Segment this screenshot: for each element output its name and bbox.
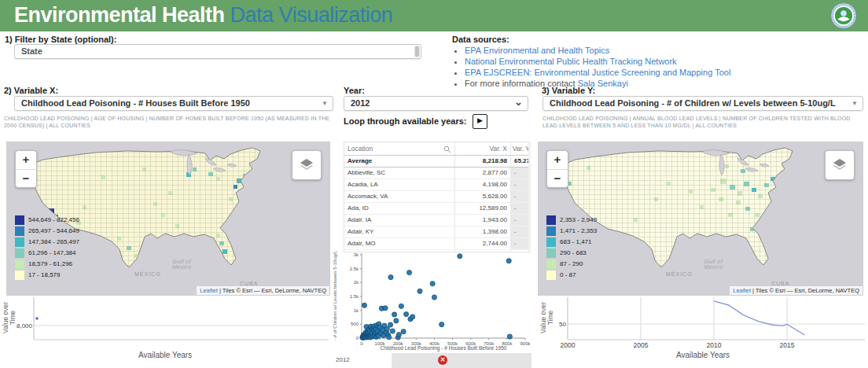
data-sources: Data sources: EPA Environmental and Heal… (452, 35, 782, 90)
layers-button[interactable] (825, 150, 855, 180)
table-header-row: Location ▲ Var. X Var. Y (344, 142, 529, 156)
zoom-in-button[interactable]: + (547, 151, 568, 170)
sort-ascending-icon[interactable]: ▲ (388, 149, 392, 155)
variable-y-label: 3) Variable Y: (542, 86, 595, 95)
year-label: Year: (344, 86, 365, 95)
cell-var-x: 1,398.00 (455, 226, 511, 237)
column-header-location[interactable]: Location ▲ (344, 142, 455, 155)
legend-swatch (15, 248, 24, 258)
svg-text:Value overTime: Value overTime (2, 302, 17, 333)
legend-swatch (546, 237, 556, 247)
legend-swatch (546, 226, 556, 236)
choropleth-map-variable-y[interactable]: + − 2,353 - 2,9491,471 - 2,353683 - 1,47… (538, 142, 863, 296)
table-row[interactable]: Accomack, VA5,628.00- (344, 191, 529, 203)
cell-location[interactable]: Accomack, VA (344, 191, 455, 202)
zoom-out-button[interactable]: − (547, 170, 568, 188)
data-source-item: EPA EJSCREEN: Environmental Justice Scre… (465, 68, 782, 78)
table-scrollbar[interactable] (528, 142, 531, 252)
table-row[interactable]: Abbeville, SC2,877.00- (344, 167, 529, 179)
search-icon[interactable] (443, 145, 451, 155)
map-label-mexico: MÉXICO (134, 271, 161, 277)
cell-var-x: 4,198.00 (455, 179, 511, 190)
column-header-var-y[interactable]: Var. Y (511, 142, 530, 155)
zoom-in-button[interactable]: + (16, 151, 36, 170)
chevron-down-icon: ⌄ (514, 97, 523, 108)
cell-var-y: - (511, 167, 530, 178)
state-filter-input[interactable]: State (14, 44, 421, 59)
contact-item: For more information contact Sala Senkay… (465, 79, 782, 89)
table-row[interactable]: Adair, IA1,943.00- (344, 215, 529, 226)
cell-var-y: - (511, 215, 530, 226)
data-source-link[interactable]: EPA EJSCREEN: Environmental Justice Scre… (465, 68, 730, 77)
cell-var-x: 12,589.00 (455, 203, 511, 214)
legend-label: 61,296 - 147,384 (28, 249, 76, 256)
table-row[interactable]: Ada, ID12,589.00- (344, 203, 529, 215)
chevron-down-icon: ▼ (851, 97, 858, 110)
layers-button[interactable] (292, 150, 322, 180)
cell-location[interactable]: Adair, KY (344, 226, 455, 237)
legend-label: 2,353 - 2,949 (560, 216, 597, 223)
year-select[interactable]: 2012 ⌄ (344, 96, 528, 111)
location-data-table[interactable]: Location ▲ Var. X Var. Y Average8,218.98… (344, 142, 530, 252)
svg-text:2.5k: 2.5k (350, 267, 359, 271)
legend-swatch (15, 259, 24, 269)
legend-swatch (15, 237, 24, 247)
cell-var-y: 65.27 (511, 156, 530, 167)
svg-text:- # of Children w/ Levels betw: - # of Children w/ Levels between 5-10ug… (333, 250, 337, 340)
legend-row: 147,384 - 265,497 (15, 237, 79, 247)
cell-location[interactable]: Ada, ID (344, 203, 455, 214)
year-value: 2012 (351, 98, 370, 108)
svg-text:2010: 2010 (707, 341, 722, 349)
legend-row: 1,471 - 2,353 (546, 226, 597, 236)
right-chart-x-axis-label: Available Years (538, 351, 868, 359)
variable-y-select[interactable]: Childhood Lead Poisoning - # of Children… (542, 96, 863, 111)
stop-loop-button[interactable]: ✕ (438, 355, 447, 365)
legend-label: 290 - 683 (560, 249, 587, 256)
svg-text:2005: 2005 (634, 341, 649, 349)
variable-y-value: Childhood Lead Poisoning - # of Children… (550, 98, 836, 108)
year-loop-track (392, 353, 531, 368)
zoom-out-button[interactable]: − (16, 170, 36, 188)
scatter-plot[interactable]: 0100k200k300k400k500k600k700k800k900k050… (330, 248, 531, 352)
variable-x-select[interactable]: Childhood Lead Poisoning - # Houses Buil… (14, 96, 333, 111)
legend-row: 2,353 - 2,949 (546, 215, 597, 225)
play-button[interactable]: ▶ (473, 114, 487, 129)
map-zoom-control: + − (15, 150, 37, 188)
data-source-link[interactable]: National Environmental Public Health Tra… (465, 57, 677, 66)
svg-text:1k: 1k (354, 308, 359, 313)
map-legend: 2,353 - 2,9491,471 - 2,353683 - 1,471290… (546, 215, 597, 281)
leaflet-link[interactable]: Leaflet (200, 287, 218, 294)
map-label-cuba: CUBA (771, 281, 789, 286)
column-header-var-x[interactable]: Var. X (455, 142, 511, 155)
svg-text:Childhood Lead Poisoning - # H: Childhood Lead Poisoning - # Houses Buil… (381, 345, 507, 351)
cell-location[interactable]: Acadia, LA (344, 179, 455, 190)
cell-var-x: 2,877.00 (455, 167, 511, 178)
legend-label: 265,497 - 544,649 (28, 227, 79, 234)
map-label-cuba: CUBA (240, 281, 258, 286)
legend-label: 0 - 87 (560, 271, 576, 278)
var-x-over-time-chart[interactable]: 8,000Value overTime (0, 296, 330, 351)
cell-location[interactable]: Abbeville, SC (344, 167, 455, 178)
choropleth-map-variable-x[interactable]: + − 544,649 - 822,456265,497 - 544,64914… (6, 142, 330, 296)
legend-row: 87 - 290 (546, 259, 597, 269)
legend-swatch (15, 270, 24, 280)
table-row[interactable]: Average8,218.9865.27 (344, 156, 529, 167)
leaflet-link[interactable]: Leaflet (733, 287, 751, 294)
legend-label: 87 - 290 (560, 260, 583, 267)
var-y-over-time-chart[interactable]: 502000200520102015Value overTime (538, 296, 868, 351)
map-zoom-control: + − (546, 150, 568, 188)
data-source-link[interactable]: EPA Environmental and Health Topics (465, 46, 609, 55)
legend-row: 290 - 683 (546, 248, 597, 258)
cell-location[interactable]: Adair, MO (344, 238, 455, 249)
legend-swatch (546, 270, 556, 280)
legend-swatch (546, 215, 556, 225)
state-filter-label: 1) Filter by State (optional): (5, 35, 116, 44)
table-row[interactable]: Adair, KY1,398.00- (344, 226, 529, 238)
legend-swatch (15, 215, 24, 225)
table-row[interactable]: Acadia, LA4,198.00- (344, 179, 529, 191)
svg-text:500: 500 (351, 322, 359, 326)
cell-location[interactable]: Average (344, 156, 455, 167)
cell-location[interactable]: Adair, IA (344, 215, 455, 226)
state-filter-scrollbar[interactable] (414, 46, 420, 57)
page-title-light: Data Visualization (230, 3, 393, 27)
